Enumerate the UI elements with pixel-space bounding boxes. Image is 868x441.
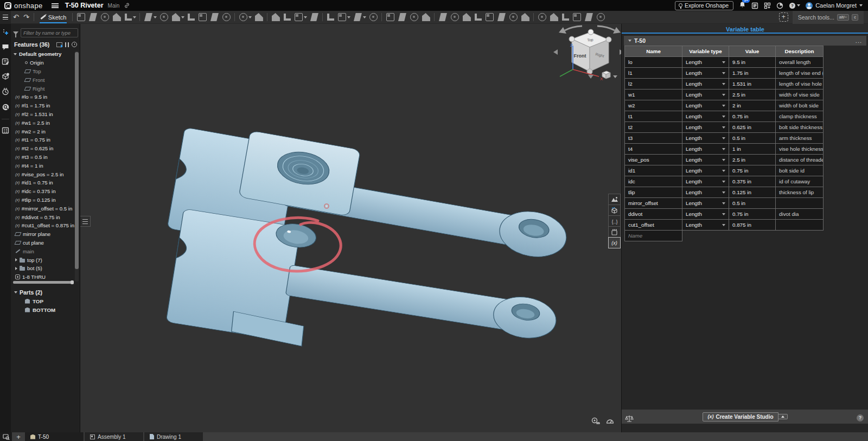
variable-value-cell[interactable]: 9.5 in bbox=[729, 56, 776, 68]
variable-type-cell[interactable]: Length bbox=[682, 122, 729, 133]
modify-fillet-icon[interactable] bbox=[386, 13, 394, 21]
replace-face-icon[interactable] bbox=[410, 13, 418, 21]
variable-value-cell[interactable]: 2.5 in bbox=[729, 154, 776, 165]
variable-description-cell[interactable]: bolt side id bbox=[775, 165, 824, 176]
sweep-icon[interactable] bbox=[101, 13, 109, 21]
variable-type-cell[interactable]: Length bbox=[682, 208, 729, 220]
plane-icon[interactable] bbox=[439, 13, 447, 21]
extrude-icon[interactable] bbox=[144, 13, 152, 21]
variable-value-cell[interactable]: 2.5 in bbox=[729, 89, 776, 100]
display-states-icon[interactable] bbox=[608, 226, 621, 238]
variable-name-cell[interactable]: w1 bbox=[624, 89, 682, 100]
move-face-icon[interactable] bbox=[398, 13, 406, 21]
user-menu[interactable]: Caelan Morgret bbox=[806, 2, 863, 9]
notifications-button[interactable]: 9+ bbox=[739, 1, 746, 10]
dropdown-caret-icon[interactable] bbox=[722, 202, 725, 204]
variables-icon[interactable]: (x) bbox=[608, 237, 621, 248]
dropdown-caret-icon[interactable] bbox=[722, 170, 725, 172]
edit-notes-icon[interactable] bbox=[2, 58, 9, 65]
named-views-icon[interactable] bbox=[608, 204, 621, 216]
variable-description-cell[interactable]: distance of threade... bbox=[775, 154, 824, 165]
variable-description-cell[interactable]: bolt side thickness bbox=[775, 122, 824, 133]
feature-tree-item[interactable]: (x)#w2 = 2 in bbox=[11, 127, 75, 136]
dropdown-caret-icon[interactable] bbox=[154, 16, 157, 18]
helix-icon[interactable] bbox=[475, 14, 482, 21]
fit-spline-icon[interactable] bbox=[562, 14, 569, 21]
search-globe-icon[interactable] bbox=[2, 103, 10, 111]
variable-type-cell[interactable]: Length bbox=[682, 67, 729, 79]
model-help-icon[interactable] bbox=[2, 73, 10, 80]
draft-icon[interactable] bbox=[272, 13, 280, 21]
shell-icon[interactable] bbox=[284, 14, 291, 21]
variable-description-cell[interactable]: length of vise hole s... bbox=[775, 78, 824, 90]
undo-button[interactable]: ↶ bbox=[13, 13, 19, 21]
variable-value-cell[interactable]: 0.75 in bbox=[729, 111, 776, 122]
variable-value-cell[interactable]: 1 in bbox=[729, 143, 776, 155]
part-list-item[interactable]: TOP bbox=[11, 297, 75, 305]
variable-type-cell[interactable]: Length bbox=[682, 176, 729, 187]
variable-description-cell[interactable]: width of bolt side bbox=[775, 100, 824, 111]
search-tools[interactable]: Search tools... alt/~ c bbox=[793, 11, 864, 24]
part-list-item[interactable]: BOTTOM bbox=[11, 305, 75, 314]
dropdown-caret-icon[interactable] bbox=[722, 61, 725, 63]
new-variable-name-cell[interactable]: Name bbox=[624, 230, 682, 241]
tape-measure-icon[interactable] bbox=[591, 417, 600, 425]
workspace-name[interactable]: Main bbox=[108, 3, 120, 9]
help-menu[interactable]: ? bbox=[789, 2, 800, 9]
performance-gauge-icon[interactable] bbox=[605, 417, 615, 425]
onshape-logo-icon[interactable] bbox=[4, 2, 11, 9]
variable-description-cell[interactable] bbox=[775, 197, 824, 209]
variable-type-cell[interactable]: Length bbox=[682, 111, 729, 122]
variable-type-cell[interactable]: Length bbox=[682, 187, 729, 198]
section-menu-button[interactable]: ... bbox=[856, 37, 862, 44]
help-icon[interactable]: ? bbox=[857, 414, 864, 421]
feature-tree-item[interactable]: Top bbox=[11, 67, 75, 76]
properties-table-icon[interactable] bbox=[2, 127, 9, 134]
extend-curve-icon[interactable] bbox=[550, 13, 558, 21]
variable-value-cell[interactable]: 0.125 in bbox=[729, 187, 776, 198]
variable-name-cell[interactable]: vise_pos bbox=[624, 154, 682, 165]
variable-table-titlebar[interactable]: Variable table bbox=[622, 24, 868, 34]
copy-icon[interactable] bbox=[77, 13, 85, 21]
trim-curve-icon[interactable] bbox=[538, 13, 546, 21]
feature-list-toggle[interactable] bbox=[0, 11, 11, 24]
feature-tree-item[interactable]: (x)#t3 = 0.5 in bbox=[11, 153, 75, 162]
split-icon[interactable] bbox=[338, 13, 346, 21]
variable-name-cell[interactable]: id1 bbox=[624, 165, 682, 176]
variable-type-cell[interactable]: Length bbox=[682, 89, 729, 100]
document-tab-assembly-1[interactable]: Assembly 1 bbox=[85, 432, 144, 441]
variable-value-cell[interactable]: 0.75 in bbox=[729, 165, 776, 176]
variable-name-cell[interactable]: lo bbox=[624, 56, 682, 68]
variable-value-cell[interactable]: 0.875 in bbox=[729, 219, 776, 231]
delete-part-icon[interactable] bbox=[369, 13, 378, 21]
variable-name-cell[interactable]: idc bbox=[624, 176, 682, 187]
feature-tree-item[interactable]: bot (5) bbox=[11, 264, 75, 273]
variable-value-cell[interactable]: 0.75 in bbox=[729, 208, 776, 220]
variable-section-header[interactable]: T-50 ... bbox=[624, 36, 866, 46]
dropdown-caret-icon[interactable] bbox=[722, 181, 725, 183]
appearance-icon[interactable] bbox=[608, 194, 621, 205]
offset-surface-icon[interactable] bbox=[422, 13, 430, 21]
dropdown-caret-icon[interactable] bbox=[363, 16, 366, 18]
thicken-icon[interactable] bbox=[188, 14, 195, 21]
revolve-icon[interactable] bbox=[89, 13, 97, 21]
mirror-icon[interactable] bbox=[327, 14, 334, 21]
variable-value-cell[interactable]: 2 in bbox=[729, 100, 776, 111]
dropdown-caret-icon[interactable] bbox=[722, 191, 725, 194]
feature-tree-item[interactable]: Default geometry bbox=[11, 50, 75, 59]
feature-filter-input[interactable] bbox=[21, 28, 78, 37]
dropdown-caret-icon[interactable] bbox=[722, 105, 725, 107]
scrollbar-thumb[interactable] bbox=[75, 52, 79, 269]
feature-tree-item[interactable]: (x)#lo = 9.5 in bbox=[11, 93, 75, 101]
variable-description-cell[interactable]: id of cutaway bbox=[775, 176, 824, 187]
variable-description-cell[interactable]: overall length bbox=[775, 56, 824, 68]
comments-icon[interactable] bbox=[2, 43, 9, 50]
variable-value-cell[interactable]: 0.5 in bbox=[729, 132, 776, 144]
graphics-viewport[interactable]: Top Front Right Z X bbox=[80, 24, 621, 432]
new-variable-row[interactable]: Name bbox=[625, 231, 824, 241]
scale-icon[interactable] bbox=[625, 415, 634, 423]
dropdown-caret-icon[interactable] bbox=[722, 94, 725, 96]
configurations-icon[interactable]: {..} bbox=[608, 215, 621, 227]
variable-name-cell[interactable]: l1 bbox=[624, 67, 682, 79]
rollback-history-icon[interactable] bbox=[72, 42, 77, 47]
